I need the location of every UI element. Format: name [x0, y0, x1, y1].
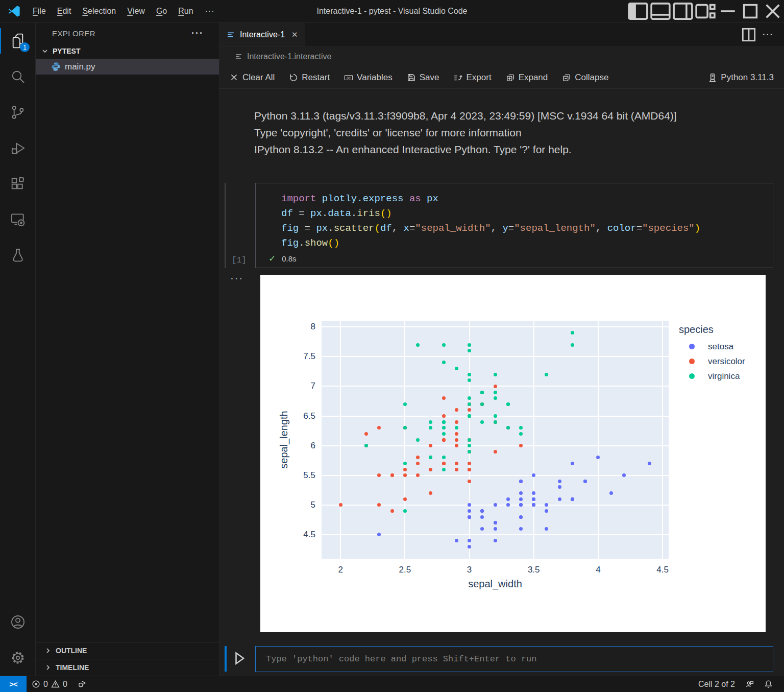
activity-remote-explorer[interactable]: [0, 202, 35, 237]
clear-all-button[interactable]: Clear All: [230, 73, 275, 83]
legend-entry-virginica[interactable]: virginica: [679, 369, 745, 384]
banner-line: Python 3.11.3 (tags/v3.11.3:f3909b8, Apr…: [254, 107, 677, 124]
scatter-point-versicolor: [416, 462, 420, 465]
activity-run-debug[interactable]: [0, 130, 35, 166]
variables-button[interactable]: (x) Variables: [344, 73, 393, 83]
cell-drag-bar[interactable]: [225, 183, 226, 268]
timeline-label: TIMELINE: [56, 663, 89, 672]
outline-section[interactable]: OUTLINE: [36, 642, 219, 659]
scatter-point-virginica: [571, 331, 574, 335]
debug-launch-indicator[interactable]: [72, 676, 91, 692]
title-bar: FileEditSelectionViewGoRun ··· Interacti…: [0, 0, 784, 23]
scatter-point-virginica: [480, 391, 484, 394]
play-icon: [233, 651, 246, 666]
scatter-point-versicolor: [455, 444, 458, 447]
plot-area[interactable]: [322, 321, 669, 559]
activity-bar: 1: [0, 23, 36, 676]
menu-overflow-icon[interactable]: ···: [199, 7, 221, 16]
scatter-point-versicolor: [416, 473, 420, 477]
activity-source-control[interactable]: [0, 94, 35, 130]
scatter-point-setosa: [622, 473, 626, 477]
legend-marker: [689, 373, 695, 379]
activity-search[interactable]: [0, 59, 35, 94]
scatter-point-setosa: [609, 491, 613, 495]
activity-testing[interactable]: [0, 237, 35, 273]
run-input-button[interactable]: [233, 651, 246, 668]
settings-button[interactable]: [0, 640, 35, 676]
legend-entry-setosa[interactable]: setosa: [679, 339, 745, 354]
scatter-point-setosa: [519, 491, 523, 495]
source-control-icon: [10, 104, 26, 121]
scatter-point-virginica: [468, 378, 471, 382]
legend-entry-versicolor[interactable]: versicolor: [679, 354, 745, 369]
feedback-icon: [745, 680, 754, 688]
explorer-badge: 1: [20, 42, 30, 52]
activity-explorer[interactable]: 1: [0, 23, 35, 59]
tab-interactive-1[interactable]: Interactive-1 ✕: [219, 23, 305, 46]
code-cell[interactable]: import plotly.express as pxdf = px.data.…: [255, 183, 773, 268]
file-row-mainpy[interactable]: main.py: [36, 59, 219, 75]
warning-icon: [51, 680, 60, 688]
scatter-point-setosa: [558, 485, 561, 489]
menu-item-view[interactable]: View: [121, 0, 151, 22]
breadcrumb[interactable]: Interactive-1.interactive: [219, 47, 784, 66]
scatter-point-setosa: [571, 462, 574, 465]
scatter-point-virginica: [455, 426, 458, 429]
account-button[interactable]: [0, 604, 35, 640]
remote-indicator[interactable]: ><: [0, 676, 27, 692]
menu-item-file[interactable]: File: [27, 0, 52, 22]
scatter-point-virginica: [442, 420, 446, 424]
collapse-button[interactable]: Collapse: [562, 73, 608, 83]
minimize-button[interactable]: [717, 0, 739, 22]
folder-row-pytest[interactable]: PYTEST: [36, 43, 219, 59]
tab-close-icon[interactable]: ✕: [291, 30, 298, 39]
activity-extensions[interactable]: [0, 166, 35, 202]
warning-count: 0: [63, 680, 67, 689]
menu-item-run[interactable]: Run: [173, 0, 199, 22]
scatter-point-setosa: [468, 509, 471, 513]
cell-indicator[interactable]: Cell 2 of 2: [693, 676, 740, 692]
scatter-point-versicolor: [468, 480, 471, 483]
toggle-sidebar-icon[interactable]: [627, 0, 649, 22]
scatter-point-virginica: [403, 462, 407, 465]
maximize-button[interactable]: [739, 0, 762, 22]
interactive-window-icon: [235, 53, 243, 61]
menu-item-selection[interactable]: Selection: [77, 0, 121, 22]
expand-all-icon: [506, 73, 515, 82]
testing-flask-icon: [10, 247, 26, 264]
notifications-button[interactable]: [759, 676, 778, 692]
tab-label: Interactive-1: [240, 30, 285, 39]
kernel-picker[interactable]: Python 3.11.3: [708, 73, 774, 83]
scatter-point-setosa: [532, 491, 535, 495]
scatter-point-setosa: [506, 497, 510, 501]
timeline-section[interactable]: TIMELINE: [36, 659, 219, 676]
outline-label: OUTLINE: [56, 647, 87, 655]
remote-icon: ><: [9, 680, 17, 688]
menu-item-edit[interactable]: Edit: [52, 0, 77, 22]
status-bar: >< 0 0 Cell 2 of 2: [0, 676, 784, 692]
editor-more-actions-icon[interactable]: ···: [760, 23, 777, 46]
code-editor[interactable]: import plotly.express as pxdf = px.data.…: [256, 183, 773, 251]
menu-item-go[interactable]: Go: [151, 0, 173, 22]
scatter-point-virginica: [519, 426, 523, 429]
toggle-panel-icon[interactable]: [649, 0, 672, 22]
close-button[interactable]: [762, 0, 784, 22]
customize-layout-icon[interactable]: [694, 0, 717, 22]
scatter-point-versicolor: [339, 503, 342, 507]
scatter-point-versicolor: [442, 414, 446, 418]
export-button[interactable]: Export: [453, 73, 491, 83]
feedback-button[interactable]: [740, 676, 759, 692]
problems-indicator[interactable]: 0 0: [27, 676, 72, 692]
restart-button[interactable]: Restart: [289, 73, 330, 83]
scatter-point-versicolor: [429, 444, 432, 447]
code-input[interactable]: [256, 654, 773, 664]
chevron-down-icon: [41, 47, 49, 55]
split-editor-icon[interactable]: [740, 23, 757, 46]
cell-more-actions-icon[interactable]: ···: [231, 274, 244, 284]
toggle-secondary-sidebar-icon[interactable]: [672, 0, 694, 22]
explorer-more-icon[interactable]: ···: [191, 28, 204, 39]
code-input-box: [255, 646, 773, 672]
scatter-point-virginica: [468, 444, 471, 447]
expand-button[interactable]: Expand: [506, 73, 548, 83]
save-button[interactable]: Save: [407, 73, 439, 83]
